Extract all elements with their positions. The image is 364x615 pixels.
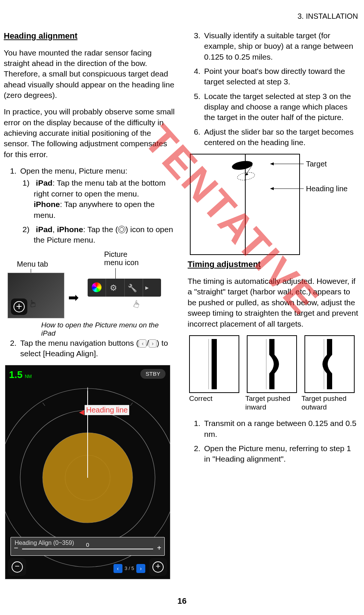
timing-adjustment-title: Timing adjustment bbox=[188, 259, 359, 270]
step-1-2: iPad, iPhone: Tap the () icon to open th… bbox=[34, 224, 175, 246]
timing-correct bbox=[189, 335, 239, 393]
caret-right-icon bbox=[143, 279, 161, 297]
para-intro-2: In practice, you will probably observe s… bbox=[4, 106, 175, 160]
running-header: 3. INSTALLATION bbox=[4, 11, 358, 21]
heading-line-label: Heading line bbox=[85, 405, 129, 415]
page-indicator: 3 / 5 bbox=[125, 565, 134, 572]
nav-prev-icon: ‹ bbox=[139, 339, 146, 348]
para-intro-1: You have mounted the radar sensor facing… bbox=[4, 48, 175, 101]
svg-line-8 bbox=[43, 403, 45, 406]
step-3: Visually identify a suitable target (for… bbox=[203, 30, 359, 62]
nav-next-icon: › bbox=[149, 339, 157, 348]
slider-track[interactable]: 0 bbox=[22, 549, 154, 549]
svg-rect-18 bbox=[212, 339, 217, 389]
heading-alignment-title: Heading alignment bbox=[4, 30, 175, 42]
step2-text-a: Tap the menu navigation buttons ( bbox=[20, 339, 139, 347]
picture-menu-icon bbox=[118, 226, 125, 233]
heading-align-slider[interactable]: Heading Align (0~359) − 0 + bbox=[10, 537, 165, 556]
bold-iphone-2: iPhone bbox=[57, 225, 83, 234]
zoom-in-icon bbox=[11, 298, 27, 315]
step-5: Locate the target selected at step 3 on … bbox=[203, 91, 359, 123]
wrench-icon bbox=[125, 279, 143, 297]
timing-step-1: Transmit on a range between 0.125 and 0.… bbox=[203, 418, 359, 440]
hand-icon: ☟ bbox=[30, 297, 36, 310]
ipad-thumbnail bbox=[7, 273, 64, 318]
step1a-text: : Tap the menu tab at the bottom right c… bbox=[34, 178, 166, 198]
step-1: Open the menu, Picture menu: iPad: Tap t… bbox=[19, 166, 175, 245]
step-2: Tap the menu navigation buttons (‹/›) to… bbox=[19, 338, 175, 359]
zoom-in-button[interactable]: + bbox=[149, 558, 167, 576]
label-menu-tab: Menu tab bbox=[17, 259, 48, 269]
timing-figures bbox=[189, 335, 359, 393]
timing-pushed-outward bbox=[304, 335, 355, 393]
diagram-label-heading-line: Heading line bbox=[306, 184, 348, 194]
slider-value: 0 bbox=[86, 541, 89, 549]
target-heading-diagram bbox=[190, 154, 300, 255]
svg-line-7 bbox=[130, 403, 133, 406]
open-picture-menu-figure: Menu tab Picture menu icon ☟ ➡ ☟ How to … bbox=[7, 252, 161, 334]
label-picture-menu-icon: Picture menu icon bbox=[104, 250, 139, 267]
page-next-button[interactable]: › bbox=[136, 564, 145, 573]
zoom-out-button[interactable]: − bbox=[8, 558, 26, 576]
caption-correct: Correct bbox=[189, 394, 238, 412]
timing-step-2: Open the Picture menu, referring to step… bbox=[203, 443, 359, 465]
page-navigator: ‹ 3 / 5 › bbox=[113, 564, 145, 573]
slider-plus-icon[interactable]: + bbox=[157, 543, 161, 553]
bold-ipad-1: iPad bbox=[36, 178, 52, 187]
caption-pushed-inward: Target pushed inward bbox=[245, 394, 294, 412]
diagram-label-target: Target bbox=[306, 159, 327, 169]
svg-marker-12 bbox=[245, 172, 248, 176]
arrow-left-icon: ◀ bbox=[79, 408, 84, 417]
slider-label: Heading Align (0~359) bbox=[15, 539, 74, 547]
step-1-text: Open the menu, Picture menu: bbox=[20, 166, 127, 175]
svg-marker-14 bbox=[270, 162, 274, 165]
radar-screenshot: 1.5NM STBY bbox=[5, 365, 170, 579]
timing-pushed-inward bbox=[247, 335, 297, 393]
step-4: Point your boat's bow directly toward th… bbox=[203, 66, 359, 87]
caption-pushed-outward: Target pushed outward bbox=[301, 394, 350, 412]
svg-marker-16 bbox=[270, 187, 274, 190]
step1b-text: : Tap the ( bbox=[83, 225, 118, 234]
page-prev-button[interactable]: ‹ bbox=[113, 564, 122, 573]
hand-icon-2: ☟ bbox=[132, 297, 142, 311]
menu-toolbar bbox=[88, 279, 161, 297]
gear-icon bbox=[106, 279, 124, 297]
color-wheel-icon bbox=[92, 282, 101, 292]
bold-ipad-2: iPad bbox=[36, 225, 52, 234]
bold-iphone-1: iPhone bbox=[34, 200, 60, 208]
step-1-1: iPad: Tap the menu tab at the bottom rig… bbox=[34, 178, 175, 220]
timing-para: The timing is automatically adjusted. Ho… bbox=[188, 276, 359, 329]
page-number: 16 bbox=[0, 596, 364, 607]
step-6: Adjust the slider bar so the target beco… bbox=[203, 127, 359, 148]
arrow-right-icon: ➡ bbox=[68, 289, 79, 306]
figure-caption: How to open the Picture menu on the iPad bbox=[41, 321, 161, 338]
